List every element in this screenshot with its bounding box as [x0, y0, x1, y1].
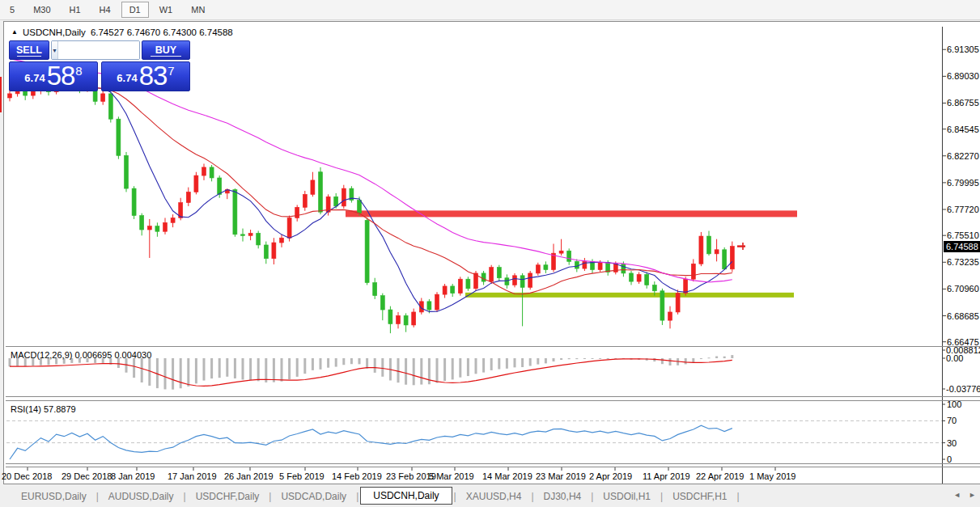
date-axis-label: 8 Jan 2019	[111, 471, 155, 481]
ask-price-pip: 7	[168, 65, 174, 77]
buy-button-label: BUY	[155, 44, 176, 56]
price-axis-label: 6.79995	[947, 178, 979, 188]
price-axis-label: 6.70960	[947, 284, 979, 294]
ask-price-main: 83	[139, 62, 168, 89]
ask-price-button[interactable]: 6.74 83 7	[101, 61, 190, 91]
tab-eurusd-daily[interactable]: EURUSD,Daily	[13, 488, 95, 505]
tab-usdchf-h1[interactable]: USDCHF,H1	[664, 488, 735, 505]
volume-decrease-button[interactable]: ▼	[52, 41, 58, 59]
price-axis-label: 6.84545	[947, 125, 979, 134]
macd-scale-label: -0.037765	[946, 384, 980, 394]
tab-separator: |	[269, 491, 271, 502]
symbol-title: USDCNH,Daily	[23, 27, 86, 37]
rsi-scale-label: 0	[947, 454, 952, 464]
tab-separator: |	[737, 491, 740, 502]
tab-xauusd-h4[interactable]: XAUUSD,H4	[458, 488, 530, 505]
tab-separator: |	[356, 491, 358, 502]
buy-button[interactable]: BUY	[142, 40, 190, 60]
tab-audusd-daily[interactable]: AUDUSD,Daily	[100, 488, 182, 505]
price-axis-label: 6.73235	[947, 257, 979, 267]
price-axis-label: 6.86755	[947, 98, 979, 108]
tab-separator: |	[660, 491, 663, 502]
date-axis-label: 14 Feb 2019	[332, 471, 382, 481]
sell-button-label: SELL	[16, 44, 42, 56]
collapse-panel-icon[interactable]: ▲	[11, 28, 18, 36]
tab-separator: |	[454, 491, 456, 502]
tab-separator: |	[96, 491, 99, 502]
ask-price-prefix: 6.74	[117, 68, 137, 89]
sell-underline	[17, 56, 42, 57]
price-axis-label: 6.82270	[947, 151, 979, 161]
bid-price-prefix: 6.74	[24, 68, 45, 89]
date-axis-label: 5 Mar 2019	[429, 471, 474, 481]
tab-separator: |	[184, 491, 186, 502]
tab-scroll-controls: ◄ ►	[953, 491, 976, 499]
tab-usdoil-h1[interactable]: USDOil,H1	[595, 488, 659, 505]
tab-usdcnh-daily[interactable]: USDCNH,Daily	[360, 487, 452, 505]
price-axis-label: 6.75510	[947, 230, 979, 240]
date-axis-label: 26 Jan 2019	[224, 471, 274, 481]
tab-usdcad-daily[interactable]: USDCAD,Daily	[273, 488, 354, 505]
tab-scroll-left-icon[interactable]: ◄	[953, 491, 961, 499]
date-axis-label: 5 Feb 2019	[279, 471, 325, 481]
bid-price-pip: 8	[75, 65, 82, 77]
date-axis-label: 2 Apr 2019	[589, 471, 632, 481]
tab-separator: |	[591, 491, 593, 502]
chart-tab-bar: EURUSD,Daily|AUDUSD,Daily|USDCHF,Daily|U…	[0, 485, 980, 507]
tab-scroll-right-icon[interactable]: ►	[969, 491, 976, 499]
bid-price-button[interactable]: 6.74 58 8	[9, 61, 98, 91]
rsi-scale-label: 30	[947, 438, 957, 448]
date-axis-label: 11 Apr 2019	[643, 471, 690, 481]
sell-button[interactable]: SELL	[9, 40, 49, 60]
date-axis-label: 23 Mar 2019	[536, 471, 586, 481]
ohlc-readout: 6.74527 6.74670 6.74300 6.74588	[91, 27, 233, 37]
date-axis-label: 29 Dec 2018	[62, 471, 112, 481]
volume-input[interactable]	[58, 41, 140, 59]
buy-underline	[151, 56, 180, 57]
price-axis-label: 6.91305	[947, 44, 979, 54]
date-axis-label: 22 Apr 2019	[696, 471, 744, 481]
date-axis-label: 1 May 2019	[749, 471, 795, 481]
volume-control: ▼ ▲	[51, 40, 140, 60]
macd-scale-label: 0.00	[946, 353, 963, 363]
date-axis-label: 14 Mar 2019	[482, 471, 532, 481]
one-click-trade-panel: SELL ▼ ▲ BUY 6.74 58 8 6.74 83 7	[9, 40, 190, 91]
tab-dj30-h4[interactable]: DJ30,H4	[536, 488, 590, 505]
bid-price-main: 58	[47, 62, 75, 89]
date-axis-label: 17 Jan 2019	[168, 471, 217, 481]
tab-usdchf-daily[interactable]: USDCHF,Daily	[188, 488, 268, 505]
date-axis-label: 20 Dec 2018	[2, 471, 52, 481]
price-axis-label: 6.68685	[947, 311, 979, 321]
current-price-badge: 6.74588	[944, 241, 980, 252]
tab-separator: |	[531, 491, 533, 502]
mt4-terminal: { "toolbar": { "timeframes": [ {"label":…	[0, 0, 980, 507]
macd-indicator-label: MACD(12,26,9) 0.006695 0.004030	[11, 350, 151, 360]
rsi-scale-label: 70	[947, 416, 957, 425]
price-axis-label: 6.77720	[947, 205, 979, 214]
rsi-indicator-label: RSI(14) 57.8879	[11, 404, 76, 414]
price-axis-label: 6.89030	[947, 71, 979, 81]
rsi-scale-label: 100	[947, 399, 961, 409]
chart-header: ▲ USDCNH,Daily 6.74527 6.74670 6.74300 6…	[11, 27, 233, 37]
